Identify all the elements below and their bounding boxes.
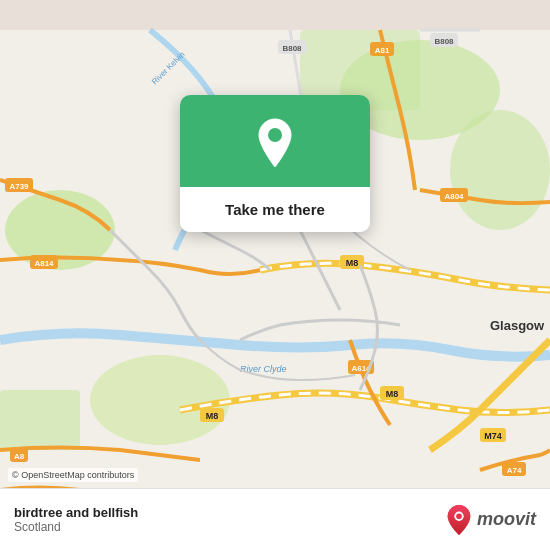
location-name: birdtree and bellfish	[14, 505, 138, 520]
svg-text:A739: A739	[9, 182, 29, 191]
svg-rect-6	[0, 390, 80, 450]
svg-text:M74: M74	[484, 431, 502, 441]
location-pin-icon	[253, 117, 297, 169]
svg-point-5	[90, 355, 230, 445]
map-container: River Kelvin River Clyde M8 M8 M8 M74 A7…	[0, 0, 550, 550]
map-attribution: © OpenStreetMap contributors	[8, 468, 138, 482]
moovit-brand-text: moovit	[477, 509, 536, 530]
take-me-there-button[interactable]: Take me there	[180, 187, 370, 232]
svg-text:A74: A74	[507, 466, 522, 475]
bottom-bar: birdtree and bellfish Scotland moovit	[0, 488, 550, 550]
svg-text:A804: A804	[444, 192, 464, 201]
svg-point-3	[450, 110, 550, 230]
svg-text:M8: M8	[206, 411, 219, 421]
svg-text:M8: M8	[346, 258, 359, 268]
moovit-logo: moovit	[445, 504, 536, 536]
svg-point-38	[268, 128, 282, 142]
location-region: Scotland	[14, 520, 138, 534]
popup-header	[180, 95, 370, 187]
svg-text:Glasgow: Glasgow	[490, 318, 545, 333]
svg-text:B808: B808	[434, 37, 454, 46]
moovit-pin-icon	[445, 504, 473, 536]
location-popup: Take me there	[180, 95, 370, 232]
svg-text:B808: B808	[282, 44, 302, 53]
svg-text:M8: M8	[386, 389, 399, 399]
svg-text:A814: A814	[34, 259, 54, 268]
location-info: birdtree and bellfish Scotland	[14, 505, 138, 534]
svg-point-40	[456, 513, 462, 519]
svg-text:A8: A8	[14, 452, 25, 461]
svg-text:A81: A81	[375, 46, 390, 55]
